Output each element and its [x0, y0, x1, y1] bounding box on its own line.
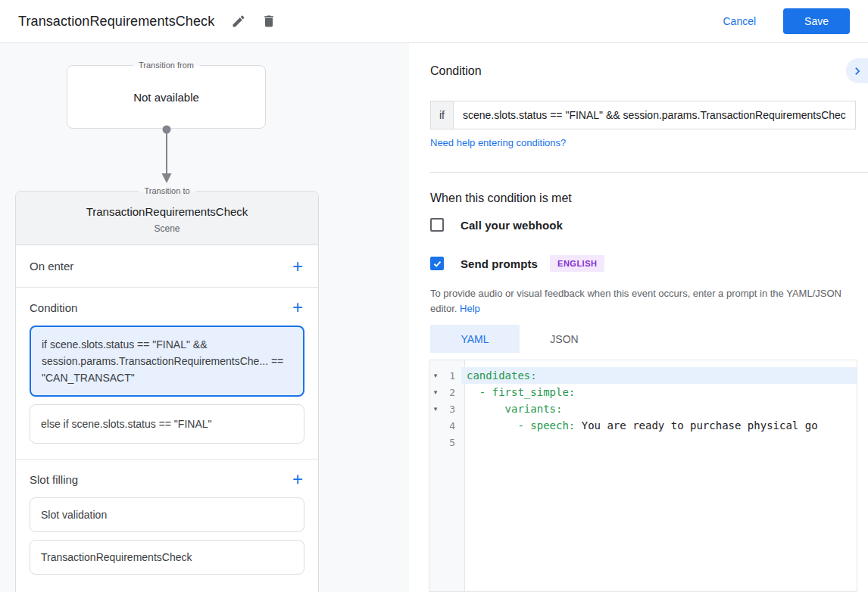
code-line[interactable]: ▾2 - first_simple:: [429, 384, 857, 400]
save-button[interactable]: Save: [783, 8, 850, 34]
webhook-checkbox[interactable]: [430, 218, 444, 232]
panel-title: Condition: [430, 64, 482, 78]
code-editor-lines: ▾1candidates:▾2 - first_simple:▾3 varian…: [429, 360, 857, 450]
line-number: 1: [442, 370, 461, 382]
slot-card-validation[interactable]: Slot validation: [30, 497, 304, 532]
transition-from-label: Transition from: [133, 60, 200, 71]
edit-title-button[interactable]: [228, 11, 249, 32]
condition-card-selected[interactable]: if scene.slots.status == "FINAL" && sess…: [30, 326, 304, 397]
prompts-checkbox[interactable]: [430, 257, 444, 270]
when-condition-met-title: When this condition is met: [430, 192, 572, 205]
scene-graph-canvas: Transition from Not available Transition…: [0, 43, 409, 592]
condition-section: Condition + if scene.slots.status == "FI…: [16, 288, 318, 460]
cancel-button[interactable]: Cancel: [710, 9, 768, 33]
helper-text-body: To provide audio or visual feedback when…: [430, 288, 841, 314]
tab-yaml[interactable]: YAML: [430, 325, 520, 353]
code-text[interactable]: [461, 434, 857, 450]
if-prefix: if: [430, 101, 454, 129]
transition-from-box: Transition from Not available: [67, 65, 266, 129]
code-line[interactable]: ▾1candidates:: [429, 367, 857, 384]
condition-section-label: Condition: [30, 301, 77, 314]
page-title: TransactionRequirementsCheck: [18, 14, 214, 30]
transition-from-value: Not available: [133, 91, 199, 104]
condition-detail-panel: Condition if Need help entering conditio…: [409, 43, 868, 592]
fold-arrow-icon[interactable]: ▾: [429, 372, 442, 379]
chevron-right-icon: [850, 64, 865, 79]
code-text[interactable]: - first_simple:: [461, 384, 857, 400]
code-line[interactable]: 5: [429, 434, 857, 450]
trash-icon: [261, 14, 276, 29]
code-line[interactable]: ▾3 variants:: [429, 400, 857, 417]
code-text[interactable]: - speech: You are ready to purchase phys…: [461, 417, 857, 434]
collapse-panel-button[interactable]: [846, 58, 868, 83]
transition-to-card: Transition to TransactionRequirementsChe…: [15, 191, 319, 592]
delete-scene-button[interactable]: [258, 11, 279, 32]
scene-name: TransactionRequirementsCheck: [23, 205, 311, 218]
slot-card-requirements-check[interactable]: TransactionRequirementsCheck: [30, 540, 304, 575]
fold-arrow-icon[interactable]: ▾: [429, 405, 442, 413]
condition-card[interactable]: else if scene.slots.status == "FINAL": [30, 404, 304, 444]
add-slot-button[interactable]: +: [291, 472, 304, 487]
code-editor[interactable]: ▾1candidates:▾2 - first_simple:▾3 varian…: [429, 360, 857, 592]
slot-filling-section: Slot filling + Slot validation Transacti…: [16, 460, 318, 590]
pencil-icon: [231, 14, 246, 29]
condition-help-link[interactable]: Need help entering conditions?: [430, 137, 566, 148]
code-text[interactable]: variants:: [461, 400, 857, 417]
scene-type: Scene: [23, 223, 311, 234]
line-number: 3: [442, 403, 461, 415]
help-link[interactable]: Help: [460, 303, 480, 314]
line-number: 4: [442, 420, 461, 432]
checkmark-icon: [432, 259, 442, 269]
send-prompts-row[interactable]: Send prompts ENGLISH: [430, 255, 604, 272]
code-line[interactable]: 4 - speech: You are ready to purchase ph…: [429, 417, 857, 434]
on-enter-label: On enter: [30, 260, 73, 273]
transition-arrow: [159, 123, 174, 185]
call-webhook-row[interactable]: Call your webhook: [430, 218, 563, 232]
on-enter-section[interactable]: On enter +: [16, 245, 318, 288]
add-condition-button[interactable]: +: [291, 300, 304, 315]
prompts-helper-text: To provide audio or visual feedback when…: [430, 286, 860, 316]
fold-arrow-icon[interactable]: ▾: [429, 388, 442, 396]
code-text[interactable]: candidates:: [461, 367, 857, 384]
prompts-label: Send prompts: [461, 257, 538, 270]
language-badge: ENGLISH: [550, 255, 604, 272]
scene-card-header[interactable]: TransactionRequirementsCheck Scene: [16, 192, 318, 245]
top-bar: TransactionRequirementsCheck Cancel Save: [0, 0, 868, 43]
webhook-label: Call your webhook: [461, 219, 563, 232]
line-number: 2: [442, 387, 461, 398]
tab-json[interactable]: JSON: [520, 325, 609, 353]
condition-expression-row: if: [430, 101, 856, 129]
condition-expression-input[interactable]: [454, 101, 856, 129]
add-on-enter-button[interactable]: +: [291, 259, 304, 274]
line-number: 5: [442, 437, 461, 448]
slot-filling-label: Slot filling: [30, 473, 78, 486]
panel-divider: [430, 172, 868, 173]
editor-format-tabs: YAML JSON: [430, 325, 609, 353]
transition-to-label: Transition to: [138, 185, 195, 197]
